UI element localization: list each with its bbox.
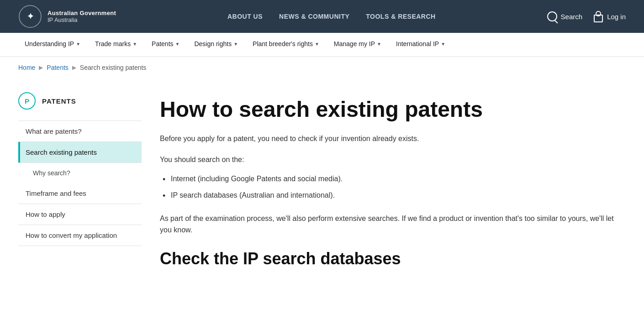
top-nav: ABOUT US NEWS & COMMUNITY TOOLS & RESEAR… — [227, 13, 436, 20]
main-nav: Understanding IP ▼ Trade marks ▼ Patents… — [0, 33, 644, 57]
intro-text: Before you apply for a patent, you need … — [160, 133, 626, 145]
breadcrumb-sep-1: ▶ — [39, 64, 43, 71]
sidebar-title: PATENTS — [42, 97, 76, 105]
section-2-heading: Check the IP search databases — [160, 249, 626, 268]
chevron-icon: ▼ — [315, 42, 319, 47]
chevron-icon: ▼ — [233, 42, 238, 47]
sub-intro: You should search on the: — [160, 154, 626, 166]
chevron-icon: ▼ — [441, 42, 445, 47]
chevron-icon: ▼ — [76, 42, 80, 47]
nav-international[interactable]: International IP ▼ — [390, 33, 452, 57]
sidebar-link-timeframe[interactable]: Timeframe and fees — [18, 183, 142, 204]
top-actions: Search Log in — [547, 10, 626, 22]
logo-text: Australian Government IP Australia — [48, 10, 116, 23]
bullet-list: Internet (including Google Patents and s… — [160, 171, 626, 203]
sidebar-link-search[interactable]: Search existing patents — [18, 142, 142, 162]
content-area: P PATENTS What are patents? Search exist… — [0, 79, 644, 296]
sidebar-item-convert: How to convert my application — [18, 225, 142, 246]
login-button[interactable]: Log in — [593, 10, 626, 22]
sidebar-item-what: What are patents? — [18, 121, 142, 142]
chevron-icon: ▼ — [132, 42, 137, 47]
bullet-item-1: Internet (including Google Patents and s… — [160, 171, 626, 187]
breadcrumb: Home ▶ Patents ▶ Search existing patents — [0, 57, 644, 79]
breadcrumb-home[interactable]: Home — [18, 64, 35, 71]
top-nav-tools[interactable]: TOOLS & RESEARCH — [366, 13, 435, 20]
breadcrumb-current: Search existing patents — [80, 64, 147, 71]
breadcrumb-sep-2: ▶ — [72, 64, 76, 71]
top-header: ✦ Australian Government IP Australia ABO… — [0, 0, 644, 33]
page-title: How to search existing patents — [160, 97, 626, 122]
gov-line: Australian Government — [48, 10, 116, 16]
nav-understanding[interactable]: Understanding IP ▼ — [18, 33, 87, 57]
sidebar-link-what[interactable]: What are patents? — [18, 121, 142, 142]
login-label: Log in — [607, 13, 626, 21]
sidebar-link-convert[interactable]: How to convert my application — [18, 225, 142, 246]
sidebar-header: P PATENTS — [18, 92, 142, 110]
nav-manage[interactable]: Manage my IP ▼ — [327, 33, 388, 57]
sidebar-link-why[interactable]: Why search? — [18, 163, 142, 183]
bullet-item-2: IP search databases (Australian and inte… — [160, 187, 626, 204]
top-nav-news[interactable]: NEWS & COMMUNITY — [279, 13, 349, 20]
breadcrumb-patents[interactable]: Patents — [47, 64, 68, 71]
chevron-icon: ▼ — [175, 42, 180, 47]
nav-patents[interactable]: Patents ▼ — [145, 33, 186, 57]
sidebar-badge: P — [18, 92, 36, 110]
body-paragraph: As part of the examination process, we'l… — [160, 213, 626, 236]
top-nav-about[interactable]: ABOUT US — [227, 13, 263, 20]
crest-icon: ✦ — [18, 5, 42, 28]
sidebar-item-timeframe: Timeframe and fees — [18, 183, 142, 204]
sidebar-item-search: Search existing patents — [18, 142, 142, 163]
search-icon — [547, 11, 557, 21]
chevron-icon: ▼ — [377, 42, 381, 47]
sidebar-item-apply: How to apply — [18, 204, 142, 225]
sidebar-nav: What are patents? Search existing patent… — [18, 121, 142, 246]
nav-plant[interactable]: Plant breeder's rights ▼ — [246, 33, 326, 57]
sidebar: P PATENTS What are patents? Search exist… — [18, 92, 142, 268]
nav-trademarks[interactable]: Trade marks ▼ — [89, 33, 143, 57]
sidebar-item-why: Why search? — [18, 163, 142, 183]
svg-text:✦: ✦ — [27, 12, 34, 21]
search-label: Search — [561, 13, 583, 21]
logo-area: ✦ Australian Government IP Australia — [18, 5, 116, 28]
ip-line: IP Australia — [48, 16, 116, 23]
login-icon — [593, 10, 603, 22]
main-content: How to search existing patents Before yo… — [160, 92, 626, 268]
nav-design[interactable]: Design rights ▼ — [188, 33, 244, 57]
sidebar-link-apply[interactable]: How to apply — [18, 204, 142, 225]
search-button[interactable]: Search — [547, 11, 583, 21]
